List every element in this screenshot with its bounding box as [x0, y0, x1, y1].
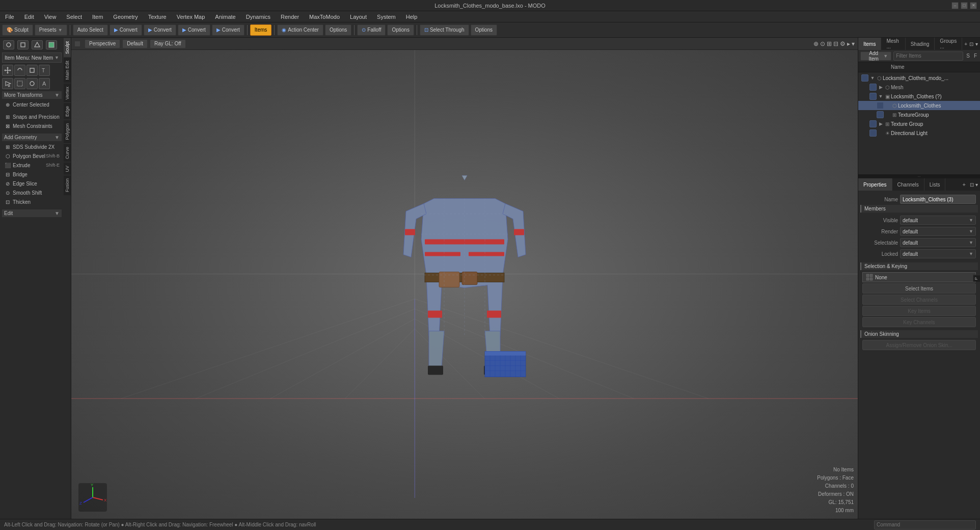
key-channels-btn[interactable]: Key Channels	[862, 317, 976, 327]
tool-scale[interactable]	[26, 65, 38, 76]
selectable-dropdown[interactable]: default ▼	[900, 238, 976, 247]
menu-texture[interactable]: Texture	[145, 13, 170, 21]
menu-help[interactable]: Help	[403, 13, 421, 21]
tab-items[interactable]: Items	[858, 38, 881, 50]
options2-button[interactable]: Options	[387, 24, 414, 36]
select-items-btn[interactable]: Select Items	[862, 283, 976, 294]
menu-render[interactable]: Render	[278, 13, 302, 21]
tree-item-3[interactable]: ⬡ Locksmith_Clothes	[858, 101, 980, 110]
rp-icon-1[interactable]: +	[964, 41, 967, 47]
edit-header[interactable]: Edit ▼	[2, 209, 62, 217]
eye-btn-2[interactable]	[869, 93, 877, 100]
mode-faces[interactable]	[32, 40, 43, 49]
bridge-btn[interactable]: ⊟ Bridge	[2, 170, 62, 179]
tool-rotate[interactable]	[14, 65, 25, 76]
vtab-fusion[interactable]: Fusion	[64, 175, 71, 195]
eye-btn-1[interactable]	[869, 84, 877, 91]
convert2-button[interactable]: ▶ Convert	[144, 24, 176, 36]
viewport-menu-btn[interactable]	[74, 41, 80, 47]
props-icon-2[interactable]: ▾	[975, 182, 978, 188]
tab-lists[interactable]: Lists	[924, 178, 946, 191]
center-selected-btn[interactable]: ⊕ Center Selected	[2, 100, 62, 109]
menu-view[interactable]: View	[41, 13, 60, 21]
rp-icon-2[interactable]: ⊡	[969, 41, 973, 47]
eye-btn-3[interactable]	[877, 102, 884, 109]
convert3-button[interactable]: ▶ Convert	[178, 24, 210, 36]
more-transforms-header[interactable]: More Transforms ▼	[2, 91, 62, 99]
tool-text[interactable]: A	[39, 78, 50, 89]
locked-dropdown[interactable]: default ▼	[900, 249, 976, 258]
vp-icon-4[interactable]: ⊟	[833, 40, 838, 47]
filter-btn2[interactable]: F	[973, 53, 978, 59]
tab-shading[interactable]: Shading	[906, 38, 935, 50]
presets-button[interactable]: Presets ▼	[35, 24, 67, 36]
item-menu[interactable]: Item Menu: New Item ▼	[2, 52, 62, 63]
falloff-button[interactable]: ⊙ Falloff	[357, 24, 386, 36]
auto-select-button[interactable]: Auto Select	[73, 24, 108, 36]
render-dropdown[interactable]: default ▼	[900, 227, 976, 236]
eye-btn-5[interactable]	[869, 120, 877, 127]
menu-system[interactable]: System	[374, 13, 399, 21]
extrude-btn[interactable]: ⬛ Extrude Shift-E	[2, 161, 62, 170]
rp-icon-3[interactable]: ▾	[975, 41, 978, 47]
tree-item-2[interactable]: ▼ ▣ Locksmith_Clothes (?)	[858, 92, 980, 101]
eye-btn-4[interactable]	[877, 111, 884, 118]
minimize-button[interactable]: –	[951, 2, 959, 9]
polygon-bevel-btn[interactable]: ⬡ Polygon Bevel Shift-B	[2, 151, 62, 161]
vtab-curve[interactable]: Curve	[64, 143, 71, 162]
add-tab-btn[interactable]: +	[959, 181, 970, 188]
perspective-btn[interactable]: Perspective	[85, 39, 120, 48]
mode-edges[interactable]	[17, 40, 29, 49]
visible-dropdown[interactable]: default ▼	[900, 216, 976, 225]
command-input[interactable]	[874, 520, 976, 529]
tool-select1[interactable]	[2, 78, 13, 89]
tree-item-1[interactable]: ▶ ⬡ Mesh	[858, 83, 980, 92]
vp-icon-6[interactable]: ▸	[847, 40, 850, 47]
menu-geometry[interactable]: Geometry	[110, 13, 141, 21]
tab-mesh[interactable]: Mesh ...	[881, 38, 905, 50]
menu-select[interactable]: Select	[63, 13, 85, 21]
eye-btn-0[interactable]	[861, 74, 868, 82]
vp-icon-5[interactable]: ⚙	[840, 40, 846, 47]
tree-item-6[interactable]: ☀ Directional Light	[858, 128, 980, 138]
add-geometry-header[interactable]: Add Geometry ▼	[2, 134, 62, 141]
menu-file[interactable]: File	[2, 13, 17, 21]
none-btn[interactable]: None	[862, 272, 976, 282]
tree-item-5[interactable]: ▶ ⊞ Texture Group	[858, 119, 980, 128]
vtab-sculpt[interactable]: Sculpt	[64, 38, 71, 57]
ray-gl-btn[interactable]: Ray GL: Off	[150, 39, 186, 48]
vp-icon-1[interactable]: ⊕	[813, 40, 819, 47]
select-channels-btn[interactable]: Select Channels	[862, 295, 976, 305]
vtab-main-edit[interactable]: Main Edit	[64, 57, 71, 83]
vtab-edge[interactable]: Edge	[64, 102, 71, 120]
convert4-button[interactable]: ▶ Convert	[212, 24, 244, 36]
vtab-vertex[interactable]: Vertex	[64, 83, 71, 103]
sds-subdivide-btn[interactable]: ⊞ SDS Subdivide 2X	[2, 142, 62, 151]
sculpt-button[interactable]: 🎨 Sculpt	[2, 24, 33, 36]
tool-select2[interactable]	[14, 78, 25, 89]
thicken-btn[interactable]: ⊡ Thicken	[2, 197, 62, 206]
tree-item-4[interactable]: ⊞ TextureGroup	[858, 110, 980, 119]
vp-icon-7[interactable]: ▾	[852, 40, 855, 47]
close-button[interactable]: ✕	[970, 2, 977, 9]
smooth-shift-btn[interactable]: ⊙ Smooth Shift	[2, 188, 62, 197]
maximize-button[interactable]: □	[961, 2, 968, 9]
select-through-button[interactable]: ⊡ Select Through	[420, 24, 469, 36]
props-icon-1[interactable]: ⊡	[970, 182, 974, 188]
tool-paint[interactable]	[26, 78, 38, 89]
vtab-uv[interactable]: UV	[64, 162, 71, 175]
convert1-button[interactable]: ▶ Convert	[110, 24, 142, 36]
name-field[interactable]	[900, 195, 976, 204]
assign-remove-onion-btn[interactable]: Assign/Remove Onion Skin...	[862, 340, 976, 350]
options1-button[interactable]: Options	[325, 24, 351, 36]
tree-item-0[interactable]: ▼ ⬡ Locksmith_Clothes_modo_...	[858, 73, 980, 83]
filter-icon[interactable]: S	[965, 53, 971, 59]
filter-items-input[interactable]	[893, 51, 963, 61]
tool-transform[interactable]: T	[39, 65, 50, 76]
tab-properties[interactable]: Properties	[858, 178, 892, 191]
vp-icon-2[interactable]: ⊙	[820, 40, 825, 47]
action-center-button[interactable]: ◉ Action Center	[277, 24, 323, 36]
mesh-constraints-btn[interactable]: ⊠ Mesh Constraints	[2, 121, 62, 130]
viewport-canvas[interactable]: No Items Polygons : Face Channels : 0 De…	[71, 50, 858, 519]
tab-groups[interactable]: Groups ...	[935, 38, 962, 50]
